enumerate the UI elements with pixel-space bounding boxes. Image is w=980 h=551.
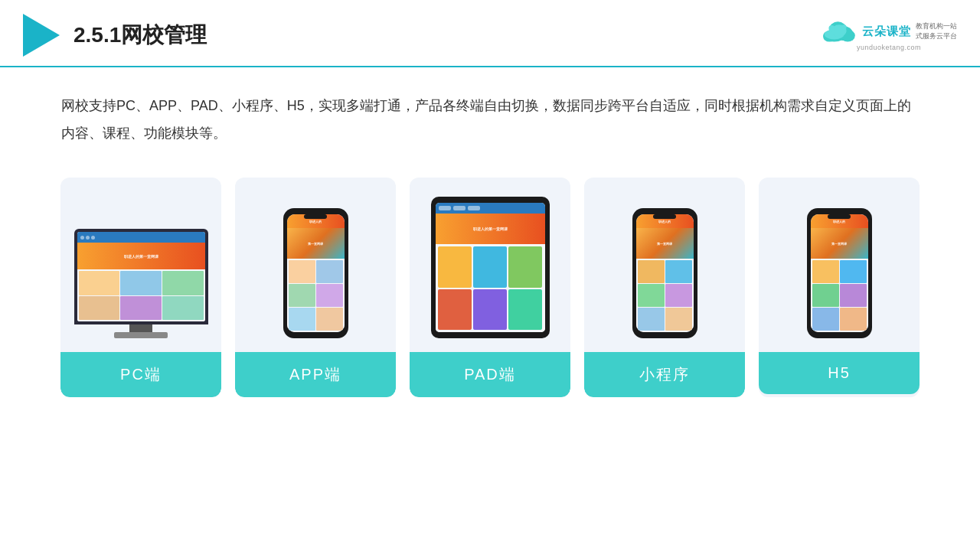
svg-point-8	[841, 24, 846, 29]
pad-grid	[436, 244, 545, 332]
pad-grid-block	[438, 246, 472, 288]
pc-content-block	[162, 271, 204, 295]
pad-screen: 职进人的第一堂网课	[436, 203, 545, 332]
brand-name: 云朵课堂	[862, 24, 911, 39]
svg-point-7	[828, 25, 835, 31]
pad-nav-item	[439, 206, 451, 210]
phone-content	[811, 259, 868, 332]
card-miniprogram: 职进人的 第一堂网课 小程序	[584, 178, 745, 397]
phone-block	[840, 260, 867, 283]
pc-neck	[129, 324, 152, 332]
pc-content-block	[120, 296, 162, 321]
pc-nav-dot	[80, 236, 84, 240]
pad-grid-block	[473, 246, 507, 288]
logo-triangle-icon	[23, 14, 60, 57]
card-pad-label: PAD端	[410, 352, 570, 397]
card-h5: 职进人的 第一堂网课 H5	[759, 178, 920, 397]
card-pc-image: 职进人的第一堂网课	[72, 193, 210, 338]
pc-content-block	[79, 271, 120, 295]
phone-block	[316, 308, 343, 331]
brand-logo: 云朵课堂 教育机构一站 式服务云平台 yunduoketang.com	[821, 19, 957, 51]
phone-banner: 第一堂网课	[811, 228, 868, 259]
phone-block	[840, 308, 867, 331]
phone-h5-screen: 职进人的 第一堂网课	[811, 214, 868, 332]
pc-banner-text: 职进人的第一堂网课	[124, 254, 158, 259]
pc-screen-outer: 职进人的第一堂网课	[74, 229, 208, 324]
phone-block	[289, 284, 315, 307]
pc-nav-dot	[86, 236, 90, 240]
pad-nav-item	[468, 206, 480, 210]
pad-banner-text: 职进人的第一堂网课	[473, 227, 508, 231]
card-h5-label: H5	[759, 352, 920, 394]
header-left: 2.5.1网校管理	[23, 14, 207, 57]
pad-nav-item	[453, 206, 466, 210]
pc-nav-dot	[91, 236, 95, 240]
pad-nav	[436, 203, 545, 214]
phone-notch	[304, 214, 327, 219]
card-pad: 职进人的第一堂网课 PAD端	[410, 178, 570, 397]
phone-block	[665, 260, 692, 283]
cards-container: 职进人的第一堂网课	[0, 170, 980, 420]
pc-content-area	[77, 269, 205, 321]
phone-block	[665, 308, 692, 331]
phone-block	[638, 284, 665, 307]
card-app: 职进人的 第一堂网课 APP端	[235, 178, 396, 397]
phone-block	[665, 284, 692, 307]
phone-h5-mockup: 职进人的 第一堂网课	[807, 208, 872, 338]
card-app-image: 职进人的 第一堂网课	[247, 193, 384, 338]
phone-block	[638, 260, 665, 283]
card-miniprogram-label: 小程序	[584, 352, 745, 397]
pc-nav-bar	[77, 232, 205, 243]
card-app-label: APP端	[235, 352, 396, 397]
phone-block	[840, 284, 867, 307]
phone-notch	[828, 214, 851, 219]
pc-content-block	[162, 296, 204, 321]
pc-stand	[114, 332, 168, 338]
phone-banner-text: 第一堂网课	[830, 240, 848, 247]
phone-block	[289, 308, 315, 331]
phone-block	[638, 308, 665, 331]
phone-block	[812, 260, 839, 283]
pc-screen-content: 职进人的第一堂网课	[77, 232, 205, 321]
phone-mini-screen: 职进人的 第一堂网课	[636, 214, 694, 332]
phone-banner-text: 第一堂网课	[306, 240, 325, 247]
phone-content	[287, 259, 345, 332]
card-pc: 职进人的第一堂网课	[60, 178, 221, 397]
pc-screen-inner: 职进人的第一堂网课	[77, 232, 205, 321]
phone-banner: 第一堂网课	[287, 228, 345, 259]
description: 网校支持PC、APP、PAD、小程序、H5，实现多端打通，产品各终端自由切换，数…	[0, 67, 980, 162]
phone-app-mockup: 职进人的 第一堂网课	[283, 208, 348, 338]
pc-banner: 职进人的第一堂网课	[77, 243, 205, 269]
pc-content-block	[120, 271, 162, 295]
brand-url: yunduoketang.com	[857, 44, 921, 51]
header: 2.5.1网校管理 云朵课堂 教育机构一站 式服务云平	[0, 0, 980, 67]
cloud-icon	[821, 19, 858, 44]
phone-header-text: 职进人的	[658, 220, 671, 223]
phone-block	[812, 284, 839, 307]
phone-block	[316, 284, 343, 307]
pad-device-mockup: 职进人的第一堂网课	[431, 197, 550, 338]
pad-grid-block	[438, 289, 472, 331]
card-h5-image: 职进人的 第一堂网课	[770, 193, 908, 338]
card-pc-label: PC端	[60, 352, 221, 397]
phone-content	[636, 259, 694, 332]
phone-app-screen: 职进人的 第一堂网课	[287, 214, 345, 332]
description-text: 网校支持PC、APP、PAD、小程序、H5，实现多端打通，产品各终端自由切换，数…	[61, 92, 919, 147]
phone-banner: 第一堂网课	[636, 228, 694, 259]
card-pad-image: 职进人的第一堂网课	[421, 193, 559, 338]
phone-block	[316, 260, 343, 283]
pc-content-block	[79, 296, 120, 321]
pad-grid-block	[508, 246, 542, 288]
phone-mini-mockup: 职进人的 第一堂网课	[632, 208, 697, 338]
phone-banner-text: 第一堂网课	[655, 240, 674, 247]
phone-block	[289, 260, 315, 283]
page-title: 2.5.1网校管理	[74, 21, 207, 50]
pad-grid-block	[473, 289, 507, 331]
pad-grid-block	[508, 289, 542, 331]
header-right: 云朵课堂 教育机构一站 式服务云平台 yunduoketang.com	[821, 19, 957, 51]
phone-notch	[653, 214, 676, 219]
pad-banner: 职进人的第一堂网课	[436, 214, 545, 244]
brand-logo-icon: 云朵课堂 教育机构一站 式服务云平台	[821, 19, 957, 44]
phone-header-text: 职进人的	[309, 220, 322, 223]
phone-header-text: 职进人的	[833, 220, 845, 223]
